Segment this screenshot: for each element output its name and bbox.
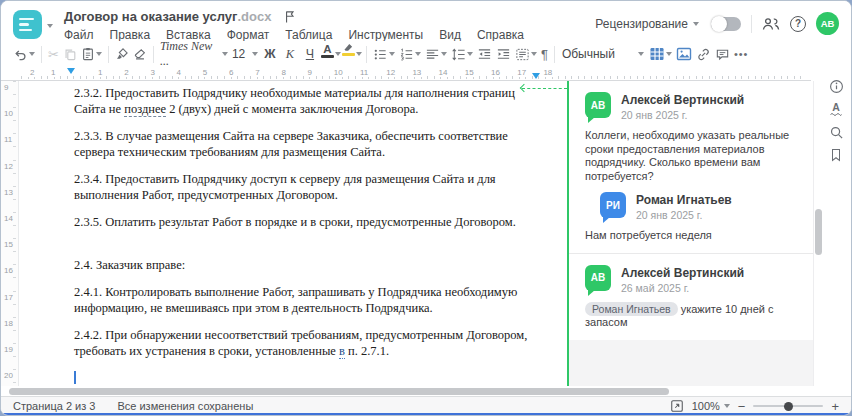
comment-thread[interactable]: АВАлексей Вертинский26 май 2025 г.Роман … (569, 254, 813, 340)
divider (751, 15, 752, 33)
comment-author: Алексей Вертинский (621, 266, 744, 280)
indent-marker-right[interactable] (532, 73, 540, 79)
insert-table-button[interactable] (647, 43, 674, 65)
align-left-icon (425, 47, 440, 62)
zoom-slider[interactable] (753, 405, 823, 407)
chevron-down-icon (252, 52, 258, 56)
text-run: 2.4. Заказчик вправе: (74, 258, 185, 272)
ruler-number: 13 (410, 68, 423, 77)
review-mode-button[interactable]: Рецензирование (595, 17, 699, 31)
paste-button[interactable] (79, 43, 104, 65)
doc-paragraph[interactable] (74, 241, 542, 257)
collaboration-users-icon[interactable] (762, 17, 780, 31)
font-color-button[interactable]: А (320, 43, 335, 65)
clear-formatting-button[interactable] (131, 43, 149, 65)
bullet-list-button[interactable] (371, 43, 397, 65)
review-toggle[interactable] (711, 17, 741, 31)
zoom-in-button[interactable]: + (831, 400, 839, 413)
divider (366, 46, 367, 63)
doc-paragraph[interactable]: 2.3.5. Оплатить результат Работ в порядк… (74, 214, 542, 230)
numbered-list-button[interactable] (397, 43, 423, 65)
copy-button[interactable] (61, 43, 79, 65)
ruler-number: 17 (4, 293, 13, 302)
comment[interactable]: АВАлексей Вертинский20 янв 2025 г.Коллег… (585, 92, 799, 183)
clipboard-icon (81, 47, 95, 61)
comment-date: 26 май 2025 г. (621, 282, 744, 294)
search-icon (829, 125, 844, 140)
align-button[interactable] (423, 43, 449, 65)
zoom-out-button[interactable]: − (738, 400, 746, 413)
line-spacing-button[interactable] (449, 43, 475, 65)
comment-thread[interactable]: АВАлексей Вертинский20 янв 2025 г.Коллег… (569, 81, 813, 253)
doc-paragraph[interactable]: 2.3.3. В случае размещения Сайта на серв… (74, 128, 542, 160)
outdent-icon (477, 47, 492, 62)
cut-button[interactable]: ✂ (46, 43, 61, 65)
page-indicator[interactable]: Страница 2 из 3 (13, 400, 95, 412)
about-panel-button[interactable] (825, 78, 847, 94)
font-size-select[interactable]: 12 (230, 43, 260, 65)
ruler-number: 15 (463, 68, 476, 77)
comment-meta: Алексей Вертинский20 янв 2025 г. (621, 92, 744, 121)
increase-indent-button[interactable] (494, 43, 513, 65)
format-painter-button[interactable] (113, 43, 131, 65)
app-menu-button[interactable] (13, 10, 53, 39)
ruler-number: 13 (4, 188, 13, 197)
ruler-vertical[interactable]: 91011121314151617181920 (1, 81, 19, 386)
doc-paragraph[interactable]: 2.4.1. Контролировать выполнение Работ, … (74, 284, 542, 316)
chevron-down-icon[interactable] (356, 52, 362, 56)
doc-paragraph[interactable]: 2.4.2. При обнаружении несоответствий тр… (74, 327, 542, 359)
table-icon (649, 46, 665, 62)
bold-button[interactable]: Ж (260, 43, 280, 65)
ruler-number: 15 (4, 240, 13, 249)
zoom-slider-thumb[interactable] (784, 402, 793, 411)
user-avatar[interactable]: АВ (816, 12, 839, 35)
text-cursor (74, 371, 76, 384)
undo-button[interactable] (11, 43, 37, 65)
insert-comment-button[interactable] (713, 43, 732, 65)
ruler-horizontal[interactable]: 21123456789101112131415161718 (1, 67, 811, 81)
insert-image-button[interactable] (674, 43, 694, 65)
vertical-scrollbar[interactable] (815, 209, 822, 255)
help-icon[interactable]: ? (790, 16, 806, 32)
comment[interactable]: АВАлексей Вертинский26 май 2025 г.Роман … (585, 265, 799, 330)
document-page[interactable]: 2.3.2. Предоставить Подрядчику необходим… (19, 81, 567, 386)
ruler-number: 2 (28, 68, 36, 77)
comment-reply[interactable]: РИРоман Игнатьев20 янв 2025 г.Нам потреб… (585, 192, 799, 243)
underline-button[interactable]: Ч (300, 43, 320, 65)
ruler-number: 14 (4, 214, 13, 223)
horizontal-scrollbar[interactable] (9, 388, 669, 395)
zoom-level-select[interactable]: 100% (692, 400, 730, 412)
font-name-select[interactable]: Times New ... (158, 43, 230, 65)
more-tools-button[interactable]: ••• (732, 43, 751, 65)
comment-meta: Алексей Вертинский26 май 2025 г. (621, 265, 744, 294)
document-title: Договор на оказание услуг (64, 9, 237, 24)
doc-paragraph[interactable]: 2.3.4. Предоставить Подрядчику доступ к … (74, 171, 542, 203)
comment-icon (715, 47, 730, 62)
ruler-number: 2 (122, 68, 130, 77)
highlight-color-button[interactable] (341, 43, 356, 65)
spellcheck-button[interactable]: А (825, 101, 847, 117)
mention-pill[interactable]: Роман Игнатьев (585, 302, 678, 316)
insert-link-button[interactable] (694, 43, 713, 65)
ruler-number: 18 (541, 68, 554, 77)
decrease-indent-button[interactable] (475, 43, 494, 65)
ruler-number: 11 (4, 135, 12, 144)
show-paragraph-marks-button[interactable]: ¶ (539, 43, 550, 65)
doc-paragraph[interactable]: 2.3.2. Предоставить Подрядчику необходим… (74, 85, 542, 117)
commented-text: позднее (124, 102, 166, 117)
search-button[interactable] (825, 124, 847, 140)
paragraph-style-select[interactable]: Обычный (559, 43, 647, 65)
toggle-knob (711, 16, 727, 32)
fit-page-button[interactable] (670, 399, 684, 413)
indent-marker-left[interactable] (67, 68, 75, 74)
ruler-number: 16 (489, 68, 502, 77)
chevron-down-icon (29, 52, 35, 56)
doc-paragraph[interactable]: 2.4. Заказчик вправе: (74, 257, 542, 273)
app-window: Договор на оказание услуг .docx ФайлПрав… (0, 0, 852, 416)
bookmarks-button[interactable] (825, 147, 847, 163)
paragraph-spacing-button[interactable] (513, 43, 539, 65)
comment-text: Роман Игнатьевукажите 10 дней с запасом (585, 302, 799, 330)
avatar: АВ (585, 92, 611, 118)
flag-icon[interactable] (284, 10, 296, 24)
italic-button[interactable]: К (280, 43, 300, 65)
